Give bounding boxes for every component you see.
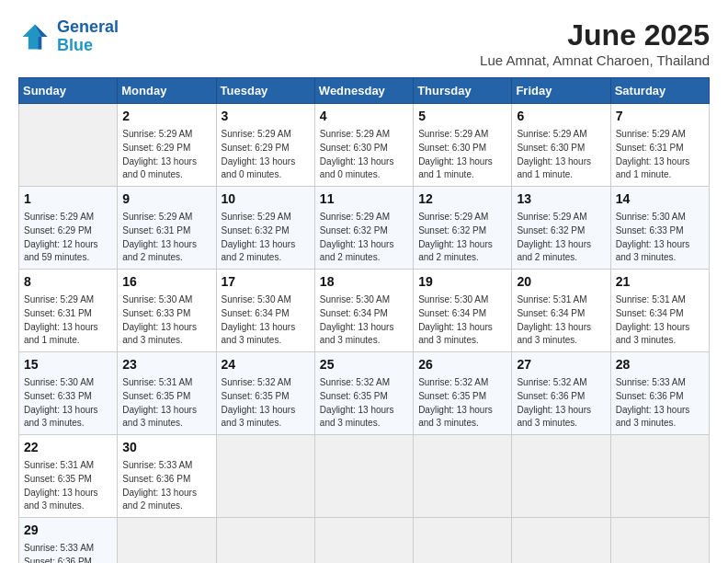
- weekday-thursday: Thursday: [414, 78, 512, 104]
- day-number: 23: [122, 356, 210, 373]
- header: General Blue June 2025 Lue Amnat, Amnat …: [18, 18, 710, 68]
- logo-text: General Blue: [57, 18, 119, 55]
- day-info: Sunrise: 5:30 AMSunset: 6:34 PMDaylight:…: [222, 294, 296, 346]
- day-info: Sunrise: 5:31 AMSunset: 6:34 PMDaylight:…: [616, 294, 690, 346]
- calendar-cell: 25 Sunrise: 5:32 AMSunset: 6:35 PMDaylig…: [314, 352, 413, 435]
- day-number: 24: [222, 356, 310, 373]
- calendar-cell: [610, 518, 709, 564]
- day-number: 18: [320, 273, 408, 291]
- weekday-friday: Friday: [512, 78, 610, 104]
- day-info: Sunrise: 5:30 AMSunset: 6:33 PMDaylight:…: [122, 294, 197, 346]
- calendar-body: 2 Sunrise: 5:29 AMSunset: 6:29 PMDayligh…: [19, 104, 710, 564]
- calendar-cell: [314, 518, 413, 564]
- day-number: 19: [418, 273, 506, 291]
- week-row-4: 22 Sunrise: 5:31 AMSunset: 6:35 PMDaylig…: [19, 435, 710, 518]
- calendar-cell: 4 Sunrise: 5:29 AMSunset: 6:30 PMDayligh…: [314, 104, 413, 187]
- day-info: Sunrise: 5:31 AMSunset: 6:35 PMDaylight:…: [24, 460, 98, 511]
- day-number: 30: [122, 439, 210, 456]
- calendar-cell: [512, 518, 610, 564]
- day-number: 26: [418, 356, 506, 373]
- day-number: 12: [418, 190, 506, 208]
- calendar-cell: 27 Sunrise: 5:32 AMSunset: 6:36 PMDaylig…: [512, 352, 610, 435]
- title-area: June 2025 Lue Amnat, Amnat Charoen, Thai…: [480, 18, 710, 68]
- calendar-header: SundayMondayTuesdayWednesdayThursdayFrid…: [19, 78, 710, 104]
- day-info: Sunrise: 5:29 AMSunset: 6:30 PMDaylight:…: [320, 129, 394, 180]
- day-number: 17: [222, 273, 310, 291]
- day-number: 14: [616, 190, 704, 208]
- day-info: Sunrise: 5:32 AMSunset: 6:35 PMDaylight:…: [222, 377, 296, 429]
- day-number: 20: [517, 273, 605, 291]
- day-number: 27: [517, 356, 605, 373]
- calendar-cell: 14 Sunrise: 5:30 AMSunset: 6:33 PMDaylig…: [610, 187, 709, 270]
- calendar-cell: 24 Sunrise: 5:32 AMSunset: 6:35 PMDaylig…: [216, 352, 314, 435]
- week-row-1: 1 Sunrise: 5:29 AMSunset: 6:29 PMDayligh…: [19, 187, 710, 270]
- weekday-tuesday: Tuesday: [216, 78, 314, 104]
- week-row-2: 8 Sunrise: 5:29 AMSunset: 6:31 PMDayligh…: [19, 270, 710, 352]
- calendar-cell: 26 Sunrise: 5:32 AMSunset: 6:35 PMDaylig…: [414, 352, 512, 435]
- calendar-cell: [414, 518, 512, 564]
- calendar-cell: 9 Sunrise: 5:29 AMSunset: 6:31 PMDayligh…: [118, 187, 216, 270]
- day-info: Sunrise: 5:33 AMSunset: 6:36 PMDaylight:…: [616, 377, 690, 429]
- calendar-cell: 30 Sunrise: 5:33 AMSunset: 6:36 PMDaylig…: [118, 435, 216, 518]
- calendar-cell: [314, 435, 413, 518]
- calendar-cell: [414, 435, 512, 518]
- calendar-cell: [216, 435, 314, 518]
- day-number: 9: [122, 190, 210, 208]
- day-number: 4: [320, 108, 408, 125]
- weekday-wednesday: Wednesday: [314, 78, 413, 104]
- calendar-cell: 6 Sunrise: 5:29 AMSunset: 6:30 PMDayligh…: [512, 104, 610, 187]
- calendar-cell: 2 Sunrise: 5:29 AMSunset: 6:29 PMDayligh…: [118, 104, 216, 187]
- calendar-cell: 11 Sunrise: 5:29 AMSunset: 6:32 PMDaylig…: [314, 187, 413, 270]
- day-info: Sunrise: 5:32 AMSunset: 6:36 PMDaylight:…: [517, 377, 591, 429]
- day-info: Sunrise: 5:29 AMSunset: 6:30 PMDaylight:…: [517, 129, 591, 180]
- logo-icon: [18, 20, 51, 53]
- calendar-cell: [118, 518, 216, 564]
- day-number: 28: [616, 356, 704, 373]
- calendar-cell: [512, 435, 610, 518]
- day-info: Sunrise: 5:29 AMSunset: 6:32 PMDaylight:…: [320, 212, 394, 263]
- subtitle: Lue Amnat, Amnat Charoen, Thailand: [480, 52, 710, 68]
- day-info: Sunrise: 5:29 AMSunset: 6:32 PMDaylight:…: [517, 212, 591, 263]
- day-number: 8: [24, 273, 112, 291]
- logo: General Blue: [18, 18, 119, 55]
- day-number: 10: [222, 190, 310, 208]
- calendar-cell: 3 Sunrise: 5:29 AMSunset: 6:29 PMDayligh…: [216, 104, 314, 187]
- calendar-cell: 8 Sunrise: 5:29 AMSunset: 6:31 PMDayligh…: [19, 270, 118, 352]
- weekday-saturday: Saturday: [610, 78, 709, 104]
- calendar-cell: 13 Sunrise: 5:29 AMSunset: 6:32 PMDaylig…: [512, 187, 610, 270]
- day-info: Sunrise: 5:33 AMSunset: 6:36 PMDaylight:…: [122, 460, 197, 511]
- day-info: Sunrise: 5:29 AMSunset: 6:29 PMDaylight:…: [122, 129, 197, 180]
- day-number: 22: [24, 439, 112, 456]
- day-number: 1: [24, 190, 112, 208]
- day-info: Sunrise: 5:29 AMSunset: 6:31 PMDaylight:…: [24, 294, 98, 346]
- day-info: Sunrise: 5:30 AMSunset: 6:33 PMDaylight:…: [616, 212, 690, 263]
- day-number: 11: [320, 190, 408, 208]
- day-info: Sunrise: 5:29 AMSunset: 6:31 PMDaylight:…: [616, 129, 690, 180]
- week-row-0: 2 Sunrise: 5:29 AMSunset: 6:29 PMDayligh…: [19, 104, 710, 187]
- day-info: Sunrise: 5:30 AMSunset: 6:33 PMDaylight:…: [24, 377, 98, 429]
- calendar-cell: 22 Sunrise: 5:31 AMSunset: 6:35 PMDaylig…: [19, 435, 118, 518]
- day-number: 16: [122, 273, 210, 291]
- calendar-cell: 1 Sunrise: 5:29 AMSunset: 6:29 PMDayligh…: [19, 187, 118, 270]
- calendar-cell: 19 Sunrise: 5:30 AMSunset: 6:34 PMDaylig…: [414, 270, 512, 352]
- day-number: 21: [616, 273, 704, 291]
- day-info: Sunrise: 5:30 AMSunset: 6:34 PMDaylight:…: [320, 294, 394, 346]
- main-title: June 2025: [480, 18, 710, 52]
- day-number: 3: [222, 108, 310, 125]
- day-number: 5: [418, 108, 506, 125]
- day-info: Sunrise: 5:29 AMSunset: 6:29 PMDaylight:…: [24, 212, 98, 263]
- calendar-cell: 28 Sunrise: 5:33 AMSunset: 6:36 PMDaylig…: [610, 352, 709, 435]
- day-number: 25: [320, 356, 408, 373]
- day-info: Sunrise: 5:29 AMSunset: 6:30 PMDaylight:…: [418, 129, 493, 180]
- calendar-cell: 18 Sunrise: 5:30 AMSunset: 6:34 PMDaylig…: [314, 270, 413, 352]
- day-info: Sunrise: 5:31 AMSunset: 6:35 PMDaylight:…: [122, 377, 197, 429]
- day-number: 2: [122, 108, 210, 125]
- week-row-5: 29 Sunrise: 5:33 AMSunset: 6:36 PMDaylig…: [19, 518, 710, 564]
- day-info: Sunrise: 5:30 AMSunset: 6:34 PMDaylight:…: [418, 294, 493, 346]
- calendar-cell: [216, 518, 314, 564]
- calendar-cell: 29 Sunrise: 5:33 AMSunset: 6:36 PMDaylig…: [19, 518, 118, 564]
- calendar-cell: 10 Sunrise: 5:29 AMSunset: 6:32 PMDaylig…: [216, 187, 314, 270]
- calendar-cell: 12 Sunrise: 5:29 AMSunset: 6:32 PMDaylig…: [414, 187, 512, 270]
- calendar-cell: [19, 104, 118, 187]
- day-info: Sunrise: 5:32 AMSunset: 6:35 PMDaylight:…: [418, 377, 493, 429]
